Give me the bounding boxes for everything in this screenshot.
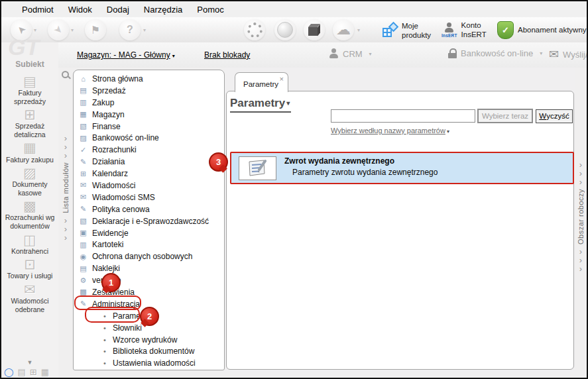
module-list-item-label: Rozrachunki <box>92 145 137 154</box>
module-list-item[interactable]: ▧ Deklaracje i e-Sprawozdawczość <box>78 215 224 227</box>
abonament-button[interactable]: ✓ Abonament aktywny <box>497 21 587 39</box>
wybierz-teraz-button[interactable]: Wybierz teraz <box>477 109 533 123</box>
moje-produkty-button[interactable]: Moje produkty <box>382 21 438 40</box>
chevron-right-icon[interactable]: › <box>64 216 67 225</box>
parameter-search-input[interactable] <box>331 109 475 123</box>
tab-parametry[interactable]: Parametry × <box>235 72 288 92</box>
sidebar-shortcut[interactable]: ⊡ Towary i usługi <box>7 257 53 280</box>
abonament-label: Abonament aktywny <box>518 25 587 34</box>
wyczysc-button[interactable]: Wyczyść <box>536 109 573 123</box>
help-button[interactable]: ? <box>119 19 141 40</box>
module-list-item[interactable]: ▤ Sprzedaż <box>78 85 224 97</box>
module-list-item[interactable]: ◉ Ochrona danych osobowych <box>78 250 224 262</box>
online-services-button[interactable] <box>274 19 296 40</box>
insert-logo-text: InsERT <box>441 33 457 38</box>
sidebar-shortcut[interactable]: ▦ Faktury zakupu <box>6 140 54 164</box>
parameter-item-zwrot-wydania[interactable]: Zwrot wydania zewnętrznego Parametry zwr… <box>230 152 574 184</box>
module-sublist-item[interactable]: • Wzorce wydruków <box>78 334 224 346</box>
package-button[interactable] <box>304 19 325 40</box>
envelopes-icon: ✉ <box>549 48 559 60</box>
flag-button[interactable]: ⚑ <box>85 19 106 40</box>
catalogs-icon: ▥ <box>78 241 88 249</box>
bankowosc-button[interactable]: Bankowość on-line ▾ <box>448 48 542 58</box>
module-list-item[interactable]: ✉ Wiadomości SMS <box>78 191 224 203</box>
module-list-item[interactable]: ▥ Kartoteki <box>78 239 224 250</box>
wyczysc-rest: yczyść <box>546 112 569 120</box>
module-list-item[interactable]: ▨ Bankowość on-line <box>78 132 224 144</box>
bullet-icon: • <box>103 324 109 332</box>
sidebar-shortcut[interactable]: ✉ Wiadomości odebrane <box>3 282 56 313</box>
module-list-item[interactable]: ▣ Ewidencje <box>78 227 224 239</box>
sidebar-mini-module-icon[interactable]: ◯ <box>4 367 14 377</box>
sidebar-shortcut[interactable]: ▨ Dokumenty kasowe <box>3 166 56 197</box>
module-sublist-item-label: Biblioteka dokumentów <box>113 347 194 356</box>
module-list-item[interactable]: ✎ Polityka cenowa <box>78 203 224 215</box>
sidebar-shortcut[interactable]: ▩ Rozrachunki wg dokumentów <box>3 199 56 230</box>
filter-by-name-link[interactable]: Wybierz według nazwy parametrów▾ <box>331 127 449 135</box>
magazyn-selector-link[interactable]: Magazyn: - MAG - Główny▾ <box>77 50 175 60</box>
menu-item[interactable]: Dodaj <box>99 3 137 17</box>
help-caret-icon[interactable]: ▾ <box>143 27 146 33</box>
bullet-icon: • <box>103 359 109 367</box>
globe-icon <box>277 22 293 38</box>
sync-button[interactable] <box>244 19 265 40</box>
bullet-icon: • <box>103 336 109 344</box>
wyslij-odbierz-button[interactable]: ✉ Wyślij/Odbierz ▾ <box>549 48 588 60</box>
module-list-item[interactable]: ✓ Rozrachunki <box>78 144 224 156</box>
sidebar-shortcut[interactable]: ⊞ Sprzedaż detaliczna <box>3 107 56 138</box>
person-icon <box>444 23 454 33</box>
sidebar-shortcut[interactable]: ◫ Kontrahenci <box>11 233 48 256</box>
sidebar-more-icon[interactable]: ▼ <box>1 359 58 366</box>
sidebar-mini-module-icon[interactable]: ▤ <box>18 367 26 377</box>
menu-item[interactable]: Narzędzia <box>137 3 190 17</box>
forward-caret-icon[interactable]: ▾ <box>71 27 74 33</box>
chevron-right-icon[interactable]: › <box>64 225 67 233</box>
lock-icon <box>448 48 457 58</box>
select-mode-caret-icon[interactable]: ▾ <box>34 27 36 33</box>
module-list-item-label: Deklaracje i e-Sprawozdawczość <box>92 217 209 226</box>
messages-icon: ✉ <box>78 181 88 190</box>
app-window: PodmiotWidokDodajNarzędziaPomoc ➤ ▾ ➤ ▾ … <box>0 0 588 379</box>
module-list-item[interactable]: ▥ Zakup <box>78 97 224 109</box>
sales-icon: ▤ <box>78 86 88 95</box>
forward-button[interactable]: ➤ <box>48 19 69 40</box>
module-sublist-item-label: Wzorce wydruków <box>113 335 177 345</box>
menu-item[interactable]: Podmiot <box>15 3 61 17</box>
chevron-right-icon[interactable]: › <box>579 264 582 273</box>
filter-caret-icon: ▾ <box>447 129 449 135</box>
parameter-item-subtitle: Parametry zwrotu wydania zewnętrznego <box>292 168 438 177</box>
module-sublist-item[interactable]: • Ustawienia wiadomości <box>78 357 224 369</box>
goods-services-icon: ⊡ <box>24 257 36 272</box>
sidebar-mini-module-icon[interactable]: ⊞ <box>30 367 37 377</box>
module-list-item[interactable]: ▦ Magazyn <box>78 109 224 121</box>
module-list-item[interactable]: ⌂ Strona główna <box>78 73 224 85</box>
sidebar-mini-module-icon[interactable]: ▦ <box>41 367 49 377</box>
module-list-item[interactable]: ▩ Zestawienia <box>78 286 224 298</box>
page-title[interactable]: Parametry▾ <box>230 97 291 113</box>
chevron-right-icon[interactable]: › <box>64 233 67 242</box>
module-sublist-item[interactable]: • Biblioteka dokumentów <box>78 345 224 357</box>
module-list-item[interactable]: ⊞ Kalendarz <box>78 168 224 180</box>
chevron-right-icon[interactable]: › <box>64 151 67 160</box>
declarations-icon: ▧ <box>78 217 88 225</box>
module-list-item[interactable]: ▧ Finanse <box>78 121 224 133</box>
tab-close-icon[interactable]: × <box>280 75 284 83</box>
tab-label: Parametry <box>243 80 278 88</box>
sidebar-shortcut[interactable]: ▤ Faktury sprzedaży <box>3 74 56 105</box>
pricing-policy-icon: ✎ <box>78 205 88 213</box>
sidebar-shortcut-label: Rozrachunki wg dokumentów <box>3 213 56 230</box>
blokada-link[interactable]: Brak blokady <box>204 50 250 60</box>
crm-button[interactable]: CRM ▾ <box>329 48 372 59</box>
konto-insert-button[interactable]: InsERT Konto InsERT <box>441 21 491 40</box>
pin-search-icon[interactable] <box>62 71 70 80</box>
cloud-data-button[interactable]: ☁ <box>333 19 354 40</box>
menu-item[interactable]: Pomoc <box>190 3 231 17</box>
cloud-caret-icon[interactable]: ▾ <box>357 27 360 33</box>
module-list-item[interactable]: ✉ Wiadomości <box>78 180 224 191</box>
module-list-item[interactable]: ▤ Naklejki <box>78 262 224 274</box>
module-list-item[interactable]: ⚙ vendero <box>78 274 224 286</box>
module-list-item[interactable]: ✎ Działania <box>78 156 224 168</box>
chevron-right-icon[interactable]: › <box>579 178 582 186</box>
menu-item[interactable]: Widok <box>61 3 99 17</box>
purchase-invoices-icon: ▦ <box>23 140 36 155</box>
